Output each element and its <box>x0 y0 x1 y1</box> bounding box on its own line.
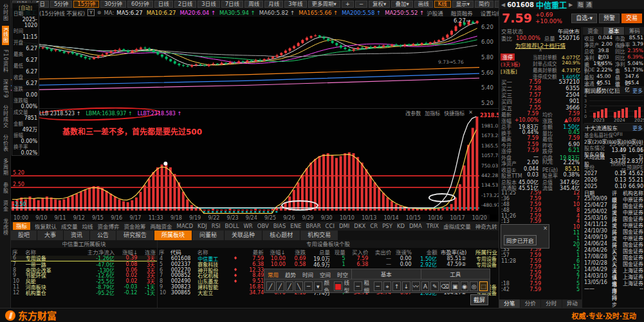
tick-tab-分时[interactable]: 分时 <box>541 299 562 308</box>
bottom-tab-机构交易[interactable]: 机构交易 <box>300 231 338 240</box>
indicator-tab[interactable]: CR <box>370 223 378 229</box>
watchlist-button[interactable]: 自选-▾ <box>571 14 597 23</box>
indicator-tab[interactable]: RSI <box>212 223 221 229</box>
draw-tool-icon[interactable]: ◉ <box>461 281 469 291</box>
tick-tab-异动[interactable]: 异动 <box>562 299 583 308</box>
period-tab[interactable]: 3日线 <box>198 1 219 8</box>
draw-tool-icon[interactable]: ◎ <box>470 281 478 291</box>
bottom-tab-问董秘[interactable]: 问董秘 <box>192 231 224 240</box>
sidebar-tab-K线图[interactable]: K线图 <box>2 26 9 45</box>
chart-tool-button[interactable]: 画线 <box>414 1 433 8</box>
sidebar-tab-分时图[interactable]: 分时图 <box>2 2 9 23</box>
stock-col-header[interactable]: 现量 <box>330 248 345 256</box>
tick-tab-分价[interactable]: 分价 <box>520 299 541 308</box>
draw-tab-时空[interactable]: 时空 <box>334 270 351 278</box>
draw-tab-常用[interactable]: 常用 <box>264 270 282 278</box>
indicator-tab[interactable]: DKX <box>354 223 365 229</box>
bottom-tab-所属板块[interactable]: 所属板块 <box>154 231 192 240</box>
sector-row[interactable]: 12机构重仓-95.2亿-0.12-1天 <box>11 290 157 296</box>
indicator-tab[interactable]: PSY <box>382 223 392 229</box>
rating-row[interactable]: ——---- <box>583 286 644 292</box>
draw-tool-icon[interactable]: ↓ <box>402 281 410 291</box>
indicator-tab[interactable]: CCI <box>326 223 335 229</box>
fund-tab-筹码[interactable]: 筹码 <box>625 27 644 35</box>
indicator-tab[interactable]: 神奇九转 <box>475 222 497 230</box>
rating-row[interactable]: 17/02/28买入国金证券 <box>583 260 644 267</box>
period-tab[interactable]: 周线 <box>244 1 263 8</box>
line-tool-icon[interactable]: ▾ <box>314 281 322 291</box>
bottom-tab-关联品种[interactable]: 关联品种 <box>225 231 262 240</box>
stock-col-header[interactable]: 涨幅↓ <box>264 248 286 256</box>
period-tab[interactable]: 7日线 <box>221 1 243 8</box>
rating-row[interactable]: 25/09/09增持中原证券 <box>583 196 644 202</box>
indicator-tab[interactable]: WR <box>243 223 252 229</box>
draw-tool-icon[interactable]: ↑ <box>392 281 401 291</box>
rating-row[interactable]: 24/11/12增持中原证券 <box>583 222 644 228</box>
draw-tab-时间[interactable]: 时间 <box>299 270 317 278</box>
sidebar-tab-资金[interactable]: 资金 <box>2 198 9 214</box>
rating-row[interactable]: 24/04/26买入国金证券 <box>583 247 644 254</box>
indicator-tab[interactable]: MACD <box>177 223 193 229</box>
bottom-tab-股吧[interactable]: 股吧 <box>11 231 37 240</box>
sidebar-tab-分时成交[interactable]: 分时成交 <box>2 103 9 130</box>
kline-chart-pane[interactable]: 6.206.005.805.605.405.20 6.27→ 9.73→5.76 <box>11 17 499 108</box>
indicator-tab[interactable]: 资金博弈 <box>98 222 120 230</box>
chart-tool-button[interactable]: 显示▾ <box>452 1 474 8</box>
sidebar-tab-多周期[interactable]: 多周期 <box>2 156 9 178</box>
rating-row[interactable]: 17/08/28买入国金证券 <box>583 254 644 260</box>
rating-row[interactable]: 24/06/24买入国金证券 <box>583 241 644 247</box>
stock-col-header[interactable]: 涨跌 <box>286 248 306 256</box>
sidebar-tab-深度F9[interactable]: 深度F9 <box>2 77 9 100</box>
line-tool-icon[interactable]: ╲ <box>295 281 303 291</box>
sector-col-header[interactable]: 涨幅↓ <box>115 248 138 256</box>
bottom-tab-公告[interactable]: 公告 <box>90 231 116 240</box>
legend-link[interactable]: 沪股通 <box>427 9 443 17</box>
stock-col-header[interactable]: 买入价 <box>345 248 369 256</box>
line-tool-icon[interactable]: ─ <box>304 281 313 291</box>
legend-link[interactable]: 融资融券 <box>451 9 473 17</box>
period-tab[interactable]: 日线 <box>154 1 173 8</box>
indicator-tab[interactable]: ENE <box>290 223 301 229</box>
period-tab[interactable]: 2日线 <box>174 1 196 8</box>
chart-tool-button[interactable]: K线 <box>434 1 451 8</box>
rating-row[interactable]: 25/04/02增持中原证券 <box>583 209 644 215</box>
trade-button[interactable]: 交易 <box>621 14 642 23</box>
draw-tool-icon[interactable]: 〰 <box>412 281 420 291</box>
indicator-tab[interactable]: DMA <box>409 223 422 229</box>
bottom-tab-大事[interactable]: 大事 <box>37 231 63 240</box>
draw-tool-icon[interactable]: A <box>421 281 430 291</box>
indicator-tab[interactable]: KDJ <box>198 223 207 229</box>
indicator-tab[interactable]: BRAR <box>306 223 320 229</box>
draw-tab-趋势[interactable]: 趋势 <box>282 270 299 278</box>
sidebar-tab-分价表[interactable]: 分价表 <box>2 133 9 154</box>
indicator-pane[interactable]: LLB 2318.523 ↑LBMA:1638.937 ↑LLBT:2318.5… <box>11 108 499 214</box>
chart-tool-button[interactable]: 简约 <box>475 1 493 8</box>
color-swatch[interactable] <box>334 281 342 291</box>
profit-more-link[interactable]: 更多 <box>632 87 643 94</box>
chart-tool-button[interactable]: 复权▾ <box>369 1 390 8</box>
bottom-tab-研究报告[interactable]: 研究报告 <box>116 231 154 240</box>
next-stock-arrow[interactable]: ▶ <box>569 2 573 8</box>
stock-col-header[interactable]: 涨速% <box>391 248 412 256</box>
draw-tab-空间[interactable]: 空间 <box>317 270 334 278</box>
indicator-tab[interactable]: OBV <box>257 223 269 229</box>
indicator-tab[interactable]: 资金抢筹 <box>124 222 146 230</box>
rating-row[interactable]: 25/04/27买入国金证券 <box>583 202 644 209</box>
line-tool-icon[interactable]: ╱ <box>266 281 275 291</box>
period-tab[interactable]: 月线 <box>264 1 283 8</box>
toast-close-icon[interactable]: × <box>543 225 547 231</box>
prev-stock-arrow[interactable]: ◀ <box>501 2 505 8</box>
chart-tool-button[interactable]: + <box>342 1 354 8</box>
sidebar-tab-参股[interactable]: 参股 <box>2 180 9 196</box>
chart-tool-button[interactable]: 叠加▾ <box>391 1 412 8</box>
rating-row[interactable]: 14/03/10谨慎增持上海证券 <box>583 273 644 279</box>
sidebar-tab-龙虎榜[interactable]: 龙虎榜 <box>2 216 9 238</box>
holders-more-link[interactable]: 更多 <box>632 124 643 131</box>
indicator-tab[interactable]: 恢复默认 <box>35 222 57 230</box>
tick-tab-分笔[interactable]: 分笔 <box>499 299 520 308</box>
period-tab[interactable]: 5分钟 <box>50 1 72 8</box>
draw-tool-icon[interactable]: ⌫ <box>440 281 450 291</box>
period-tab[interactable]: 更多周期▾ <box>308 1 340 8</box>
alert-button[interactable]: 预警 <box>599 14 620 23</box>
indicator-tab[interactable]: 均线 <box>82 222 93 230</box>
